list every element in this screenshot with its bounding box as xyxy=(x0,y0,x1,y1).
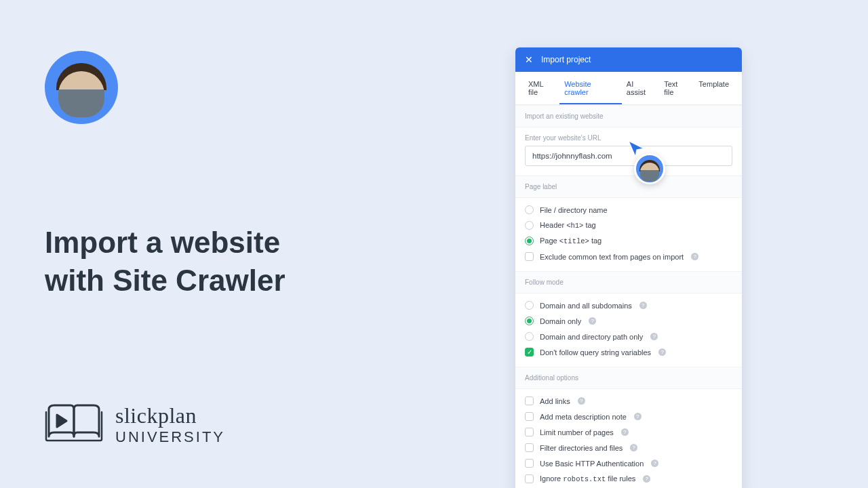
help-icon[interactable]: ? xyxy=(630,444,637,451)
brand-subtitle: UNIVERSITY xyxy=(115,428,225,446)
option-label: Ignore robots.txt file rules xyxy=(540,474,635,483)
checkbox-control[interactable] xyxy=(525,396,534,405)
option-row: File / directory name xyxy=(515,202,742,218)
option-row: Limit number of pages? xyxy=(515,424,742,440)
radio-control[interactable] xyxy=(525,237,534,245)
option-label: Domain and directory path only xyxy=(540,333,643,341)
help-icon[interactable]: ? xyxy=(639,302,647,309)
radio-control[interactable] xyxy=(525,301,534,310)
option-row: Domain and all subdomains? xyxy=(515,298,742,313)
option-row: Add links? xyxy=(515,393,742,409)
book-play-icon xyxy=(45,403,103,446)
checkbox-control[interactable] xyxy=(525,412,534,421)
checkbox-control[interactable] xyxy=(525,443,534,452)
option-row: Page <title> tag xyxy=(515,233,742,249)
checkbox-control[interactable] xyxy=(525,474,534,483)
help-icon[interactable]: ? xyxy=(589,317,596,325)
option-row: Header <h1> tag xyxy=(515,218,742,233)
option-row: Filter directories and files? xyxy=(515,440,742,455)
section-additional: Additional options xyxy=(515,367,742,389)
option-row: Domain only? xyxy=(515,313,742,329)
help-icon[interactable]: ? xyxy=(621,428,629,436)
option-row: Use Basic HTTP Authentication? xyxy=(515,455,742,471)
option-label: Domain only xyxy=(540,317,581,325)
option-label: Exclude common text from pages on import xyxy=(540,253,684,261)
brand-name: slickplan xyxy=(115,403,225,428)
option-label: Add links xyxy=(540,397,570,405)
panel-title: Import project xyxy=(541,55,591,64)
tab-template[interactable]: Template xyxy=(694,72,734,104)
help-icon[interactable]: ? xyxy=(634,413,642,420)
page-title: Import a websitewith Site Crawler xyxy=(45,224,285,300)
tab-text-file[interactable]: Text file xyxy=(659,72,694,104)
tab-xml-file[interactable]: XML file xyxy=(524,72,559,104)
section-import-label: Import an existing website xyxy=(515,105,742,127)
radio-control[interactable] xyxy=(525,317,534,325)
cursor-avatar xyxy=(634,153,665,184)
option-label: Filter directories and files xyxy=(540,444,623,452)
section-follow-mode: Follow mode xyxy=(515,271,742,293)
radio-control[interactable] xyxy=(525,205,534,214)
help-icon[interactable]: ? xyxy=(650,333,658,340)
help-icon[interactable]: ? xyxy=(691,253,698,260)
brand-logo: slickplan UNIVERSITY xyxy=(45,403,225,446)
option-row: ✓Don't follow query string variables? xyxy=(515,344,742,360)
option-label: Page <title> tag xyxy=(540,237,601,245)
panel-tabs: XML fileWebsite crawlerAI assistText fil… xyxy=(515,72,742,105)
help-icon[interactable]: ? xyxy=(658,348,666,356)
radio-control[interactable] xyxy=(525,332,534,341)
option-label: Domain and all subdomains xyxy=(540,302,632,310)
option-label: Don't follow query string variables xyxy=(540,348,651,357)
help-icon[interactable]: ? xyxy=(643,475,650,483)
option-label: Use Basic HTTP Authentication xyxy=(540,460,644,468)
checkbox-control[interactable] xyxy=(525,252,534,261)
option-label: Header <h1> tag xyxy=(540,221,596,230)
section-page-label: Page label xyxy=(515,176,742,198)
option-label: File / directory name xyxy=(540,206,608,214)
close-icon[interactable]: ✕ xyxy=(525,54,533,65)
panel-header: ✕ Import project xyxy=(515,47,742,72)
option-label: Limit number of pages xyxy=(540,428,614,436)
tab-website-crawler[interactable]: Website crawler xyxy=(559,72,622,104)
option-row: Ignore robots.txt file rules? xyxy=(515,471,742,487)
help-icon[interactable]: ? xyxy=(578,397,585,405)
checkbox-control[interactable]: ✓ xyxy=(525,348,534,357)
option-row: Add meta description note? xyxy=(515,409,742,424)
checkbox-control[interactable] xyxy=(525,428,534,436)
option-label: Add meta description note xyxy=(540,413,627,421)
option-row: Domain and directory path only? xyxy=(515,329,742,344)
import-project-panel: ✕ Import project XML fileWebsite crawler… xyxy=(515,47,742,488)
help-icon[interactable]: ? xyxy=(651,460,658,467)
presenter-avatar xyxy=(45,51,118,124)
option-row: Exclude common text from pages on import… xyxy=(515,249,742,264)
radio-control[interactable] xyxy=(525,221,534,230)
tab-ai-assist[interactable]: AI assist xyxy=(622,72,659,104)
checkbox-control[interactable] xyxy=(525,459,534,468)
